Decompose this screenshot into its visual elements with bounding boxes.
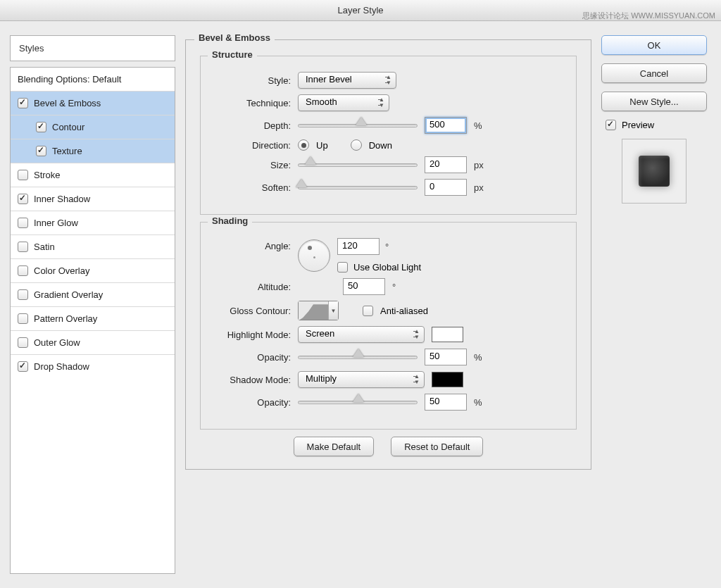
angle-wheel[interactable] xyxy=(298,239,330,272)
watermark: 思缘设计论坛 WWW.MISSYUAN.COM xyxy=(582,5,715,26)
highlight-opacity-slider[interactable] xyxy=(298,350,418,364)
styles-list: Blending Options: Default Bevel & Emboss… xyxy=(10,67,175,574)
angle-input[interactable]: 120 xyxy=(337,238,380,255)
style-label: Style: xyxy=(213,75,291,86)
preview-checkbox[interactable] xyxy=(606,120,616,130)
style-label: Satin xyxy=(34,242,55,252)
ok-button[interactable]: OK xyxy=(601,35,707,55)
layer-style-dialog: Layer Style 思缘设计论坛 WWW.MISSYUAN.COM Styl… xyxy=(0,0,721,588)
style-row-drop-shadow[interactable]: Drop Shadow xyxy=(11,355,175,378)
gloss-contour-label: Gloss Contour: xyxy=(213,306,291,316)
style-label: Contour xyxy=(52,122,84,132)
soften-label: Soften: xyxy=(213,182,291,193)
shadow-opacity-slider[interactable] xyxy=(298,395,418,409)
shading-legend: Shading xyxy=(208,215,252,226)
soften-input[interactable]: 0 xyxy=(425,179,467,196)
direction-label: Direction: xyxy=(213,140,291,151)
soften-slider[interactable] xyxy=(298,180,418,194)
depth-input[interactable]: 500 xyxy=(425,117,467,134)
highlight-color-swatch[interactable] xyxy=(432,327,463,342)
technique-select[interactable]: Smooth▲▼ xyxy=(298,94,389,111)
size-slider[interactable] xyxy=(298,158,418,172)
size-label: Size: xyxy=(213,160,291,170)
style-checkbox[interactable] xyxy=(18,170,28,180)
new-style-button[interactable]: New Style... xyxy=(601,92,707,111)
style-checkbox[interactable] xyxy=(18,98,28,108)
panel-title: Bevel & Emboss xyxy=(194,32,275,43)
shadow-mode-select[interactable]: Multiply▲▼ xyxy=(298,371,425,388)
antialiased-checkbox[interactable] xyxy=(363,306,373,316)
global-light-checkbox[interactable] xyxy=(337,262,348,273)
structure-legend: Structure xyxy=(208,49,257,60)
style-checkbox[interactable] xyxy=(18,337,28,348)
shadow-color-swatch[interactable] xyxy=(432,372,463,387)
direction-up-radio[interactable] xyxy=(298,139,309,151)
style-checkbox[interactable] xyxy=(18,218,28,228)
highlight-mode-select[interactable]: Screen▲▼ xyxy=(298,326,425,343)
style-label: Drop Shadow xyxy=(34,361,89,372)
shadow-mode-label: Shadow Mode: xyxy=(213,375,291,385)
style-row-texture[interactable]: Texture xyxy=(11,139,175,163)
highlight-mode-label: Highlight Mode: xyxy=(213,330,291,340)
style-row-outer-glow[interactable]: Outer Glow xyxy=(11,331,175,355)
depth-label: Depth: xyxy=(213,120,291,131)
style-checkbox[interactable] xyxy=(36,122,46,132)
altitude-label: Altitude: xyxy=(213,282,291,292)
shading-group: Shading Angle: 120 ° Use Global Light Al… xyxy=(200,222,577,430)
style-select[interactable]: Inner Bevel▲▼ xyxy=(298,72,396,89)
cancel-button[interactable]: Cancel xyxy=(601,63,707,83)
style-checkbox[interactable] xyxy=(36,146,46,156)
technique-label: Technique: xyxy=(213,98,291,108)
highlight-opacity-label: Opacity: xyxy=(213,352,291,363)
style-checkbox[interactable] xyxy=(18,242,28,252)
styles-blank xyxy=(11,378,175,573)
gloss-contour-picker[interactable]: ▼ xyxy=(298,301,339,320)
window-title: Layer Style xyxy=(337,5,383,15)
style-row-inner-shadow[interactable]: Inner Shadow xyxy=(11,187,175,211)
style-row-color-overlay[interactable]: Color Overlay xyxy=(11,259,175,283)
main-panel: Bevel & Emboss Structure Style: Inner Be… xyxy=(185,35,591,574)
highlight-opacity-input[interactable]: 50 xyxy=(425,349,467,365)
shadow-opacity-input[interactable]: 50 xyxy=(425,394,467,411)
style-row-contour[interactable]: Contour xyxy=(11,115,175,139)
style-label: Bevel & Emboss xyxy=(34,98,101,108)
structure-group: Structure Style: Inner Bevel▲▼ Technique… xyxy=(200,56,577,215)
depth-slider[interactable] xyxy=(298,118,418,132)
style-checkbox[interactable] xyxy=(18,194,28,204)
style-row-satin[interactable]: Satin xyxy=(11,235,175,259)
style-label: Pattern Overlay xyxy=(34,313,97,324)
style-label: Stroke xyxy=(34,170,61,180)
style-checkbox[interactable] xyxy=(18,265,28,276)
reset-default-button[interactable]: Reset to Default xyxy=(391,437,483,456)
styles-header[interactable]: Styles xyxy=(10,35,175,61)
style-label: Color Overlay xyxy=(34,265,89,276)
preview-label: Preview xyxy=(622,120,654,130)
shadow-opacity-label: Opacity: xyxy=(213,397,291,408)
blending-options-row[interactable]: Blending Options: Default xyxy=(11,68,175,92)
titlebar: Layer Style 思缘设计论坛 WWW.MISSYUAN.COM xyxy=(0,0,721,21)
style-checkbox[interactable] xyxy=(18,361,28,372)
style-row-gradient-overlay[interactable]: Gradient Overlay xyxy=(11,283,175,307)
style-row-stroke[interactable]: Stroke xyxy=(11,163,175,187)
style-checkbox[interactable] xyxy=(18,313,28,324)
bevel-emboss-fieldset: Bevel & Emboss Structure Style: Inner Be… xyxy=(185,39,591,470)
style-label: Inner Shadow xyxy=(34,194,90,204)
altitude-input[interactable]: 50 xyxy=(343,278,385,295)
side-buttons: OK Cancel New Style... Preview xyxy=(601,35,707,574)
direction-down-radio[interactable] xyxy=(351,139,362,151)
style-label: Gradient Overlay xyxy=(34,289,103,300)
size-input[interactable]: 20 xyxy=(425,156,467,173)
style-checkbox[interactable] xyxy=(18,289,28,300)
style-row-pattern-overlay[interactable]: Pattern Overlay xyxy=(11,307,175,331)
style-label: Inner Glow xyxy=(34,218,78,228)
preview-thumbnail xyxy=(622,139,686,204)
style-row-inner-glow[interactable]: Inner Glow xyxy=(11,211,175,235)
style-row-bevel-emboss[interactable]: Bevel & Emboss xyxy=(11,92,175,115)
make-default-button[interactable]: Make Default xyxy=(294,437,375,456)
style-label: Outer Glow xyxy=(34,337,80,348)
angle-label: Angle: xyxy=(213,241,291,251)
style-label: Texture xyxy=(52,146,82,156)
styles-panel: Styles Blending Options: Default Bevel &… xyxy=(10,35,175,574)
